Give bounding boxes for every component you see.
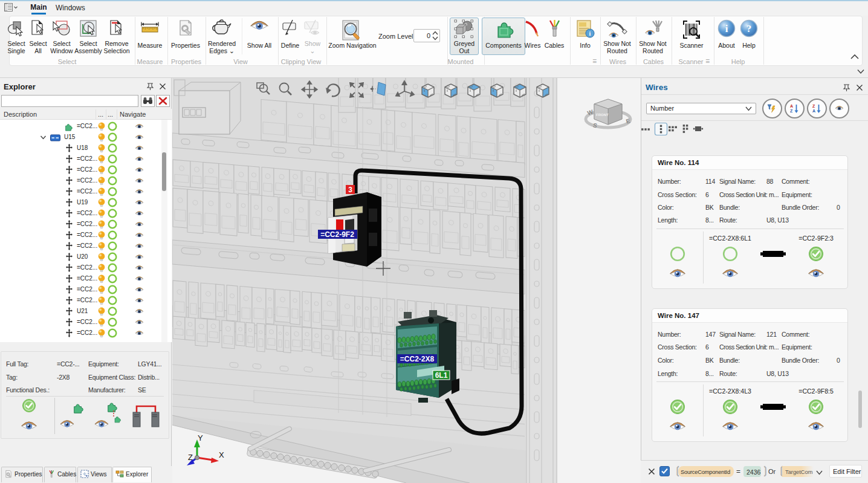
svg-text:Y: Y	[198, 433, 203, 442]
svg-text:=CC2-9F2: =CC2-9F2	[320, 230, 354, 239]
svg-text:i: i	[589, 30, 591, 37]
svg-text:Z: Z	[790, 109, 793, 113]
svg-text:=CC2-2X8: =CC2-2X8	[400, 355, 435, 363]
svg-text:Z: Z	[812, 104, 815, 108]
svg-text:3: 3	[348, 186, 352, 194]
svg-text:?: ?	[747, 23, 752, 34]
svg-text:A: A	[812, 109, 815, 113]
svg-text:FRONT: FRONT	[596, 113, 609, 117]
svg-text:Z: Z	[188, 453, 193, 462]
svg-text:6L1: 6L1	[435, 371, 448, 380]
svg-text:i: i	[725, 23, 728, 34]
svg-text:A: A	[790, 104, 793, 108]
svg-text:X: X	[219, 450, 224, 459]
